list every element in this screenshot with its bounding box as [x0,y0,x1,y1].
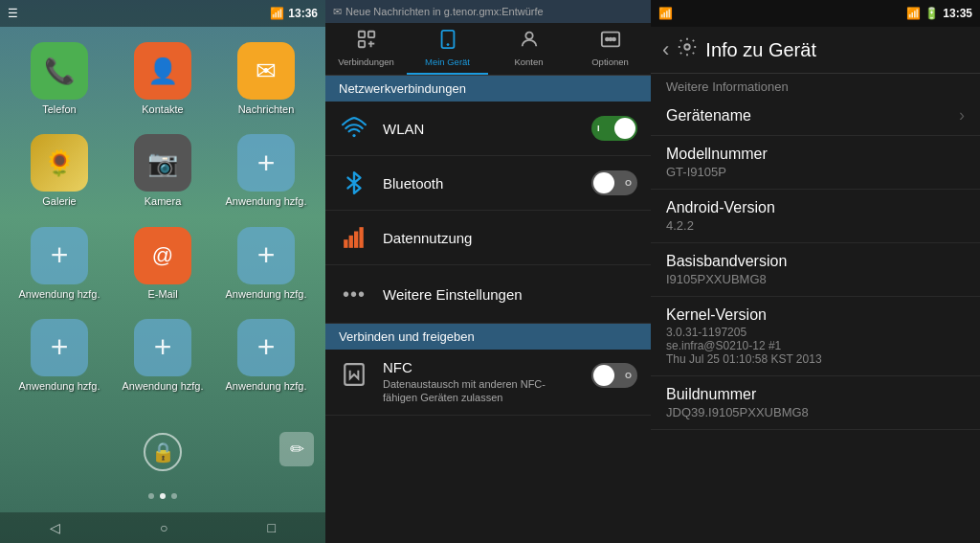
datennutzung-icon [339,222,369,253]
info-clock: 13:35 [943,7,972,20]
buildnummer-value: JDQ39.I9105PXXUBMG8 [666,405,809,419]
modellnummer-left: Modellnummer GT-I9105P [666,146,768,179]
svg-point-7 [525,33,532,39]
anwendung4-icon: + [31,319,88,376]
nfc-toggle-knob [593,365,614,386]
basisband-title: Basisbandversion [666,253,787,270]
home-button[interactable]: ○ [160,520,167,535]
home-apps-grid: 📞 Telefon 👤 Kontakte ✉ Nachrichten 🌻 Gal… [0,27,325,419]
kernel-title: Kernel-Version [666,306,822,324]
app-telefon[interactable]: 📞 Telefon [11,42,107,126]
lock-icon: 🔒 [144,433,182,471]
nfc-icon [339,359,369,390]
app-anwendung-5[interactable]: + Anwendung hzfg. [115,319,211,403]
home-page-dots [0,486,325,512]
android-left: Android-Version 4.2.2 [666,199,775,233]
basisband-left: Basisbandversion I9105PXXUBMG8 [666,253,787,286]
settings-gear-icon [677,36,698,63]
home-edit-button[interactable]: ✏ [279,432,314,466]
dot-2[interactable] [160,493,166,499]
optionen-tab-icon [600,29,621,55]
wlan-toggle-knob [614,118,635,139]
anwendung4-label: Anwendung hzfg. [18,380,100,393]
settings-netzwerk-header: Netzwerkverbindungen [325,76,651,102]
info-scroll-area: Gerätename › Modellnummer GT-I9105P Andr… [651,96,980,543]
app-nachrichten[interactable]: ✉ Nachrichten [218,42,314,126]
telefon-icon: 📞 [31,42,88,100]
modellnummer-title: Modellnummer [666,146,768,163]
nachrichten-icon: ✉ [237,42,295,100]
app-anwendung-3[interactable]: + Anwendung hzfg. [218,227,314,311]
info-status-right: 📶 🔋 13:35 [906,7,972,20]
recents-button[interactable]: □ [268,520,276,535]
back-button[interactable]: ◁ [50,520,60,535]
kontakte-label: Kontakte [142,103,183,116]
netzwerk-label: Netzwerkverbindungen [339,81,466,96]
notification-envelope-icon: ✉ [333,6,342,18]
home-status-left: ☰ [8,7,18,20]
info-wifi-icon: 📶 [658,7,673,20]
tab-verbindungen-label: Verbindungen [338,57,394,67]
tab-mein-geraet-label: Mein Gerät [425,57,470,67]
anwendung5-label: Anwendung hzfg. [122,380,203,393]
app-anwendung-6[interactable]: + Anwendung hzfg. [218,319,314,403]
info-battery-icon: 🔋 [924,7,939,20]
weitere-einstellungen-item[interactable]: ••• Weitere Einstellungen [325,265,651,324]
telefon-label: Telefon [42,103,76,116]
svg-rect-14 [349,236,353,248]
bluetooth-toggle[interactable]: O [591,170,637,195]
anwendung3-icon: + [237,227,295,284]
nfc-title: NFC [383,359,578,375]
app-email[interactable]: @ E-Mail [115,227,211,311]
bluetooth-label: Bluetooth [383,175,578,192]
svg-rect-16 [359,227,363,248]
kamera-icon: 📷 [134,134,191,192]
app-anwendung-2[interactable]: + Anwendung hzfg. [11,227,107,311]
tab-optionen[interactable]: Optionen [569,23,651,75]
home-clock: 13:36 [288,7,318,20]
app-kamera[interactable]: 📷 Kamera [115,134,211,218]
bluetooth-item[interactable]: Bluetooth O [325,156,651,211]
kamera-label: Kamera [145,195,182,208]
info-statusbar: 📶 📶 🔋 13:35 [651,0,980,27]
dot-3[interactable] [171,493,177,499]
info-header: ‹ Info zu Gerät [651,27,980,74]
svg-rect-15 [354,232,358,248]
wlan-item[interactable]: WLAN I [325,102,651,156]
kernel-value: 3.0.31-1197205 se.infra@S0210-12 #1 Thu … [666,326,822,366]
galerie-icon: 🌻 [31,134,88,192]
app-anwendung-1[interactable]: + Anwendung hzfg. [218,134,314,218]
info-additional-label: Weitere Informationen [651,74,980,96]
app-anwendung-4[interactable]: + Anwendung hzfg. [11,319,107,403]
datennutzung-item[interactable]: Datennutzung [325,211,651,265]
app-kontakte[interactable]: 👤 Kontakte [115,42,211,126]
nfc-item[interactable]: NFC Datenaustausch mit anderen NFC-fähig… [325,350,651,416]
wlan-label: WLAN [383,121,578,137]
anwendung6-icon: + [237,319,295,376]
bluetooth-icon [339,168,369,198]
home-lock-area: 🔒 [0,419,325,486]
info-row-buildnummer: Buildnummer JDQ39.I9105PXXUBMG8 [651,376,980,430]
info-title: Info zu Gerät [705,39,816,61]
dot-1[interactable] [148,493,154,499]
info-row-geraetename[interactable]: Gerätename › [651,96,980,136]
svg-rect-2 [358,41,364,47]
svg-point-9 [605,38,608,41]
back-arrow-icon[interactable]: ‹ [662,37,669,62]
tab-mein-geraet[interactable]: Mein Gerät [407,23,488,75]
home-statusbar: ☰ 📶 13:36 [0,0,325,27]
tab-optionen-label: Optionen [591,57,629,67]
email-label: E-Mail [147,288,177,301]
wlan-toggle[interactable]: I [591,116,637,141]
wlan-icon [339,113,369,144]
app-galerie[interactable]: 🌻 Galerie [11,134,107,218]
settings-tabs: Verbindungen Mein Gerät Konten [325,23,651,76]
verbindungen-tab-icon [356,29,377,55]
geraetename-left: Gerätename [666,107,751,124]
home-status-right: 📶 13:36 [270,7,318,20]
nfc-toggle[interactable]: O [591,363,637,388]
svg-point-10 [609,38,612,41]
tab-konten[interactable]: Konten [488,23,569,75]
android-value: 4.2.2 [666,218,775,233]
tab-verbindungen[interactable]: Verbindungen [325,23,407,75]
